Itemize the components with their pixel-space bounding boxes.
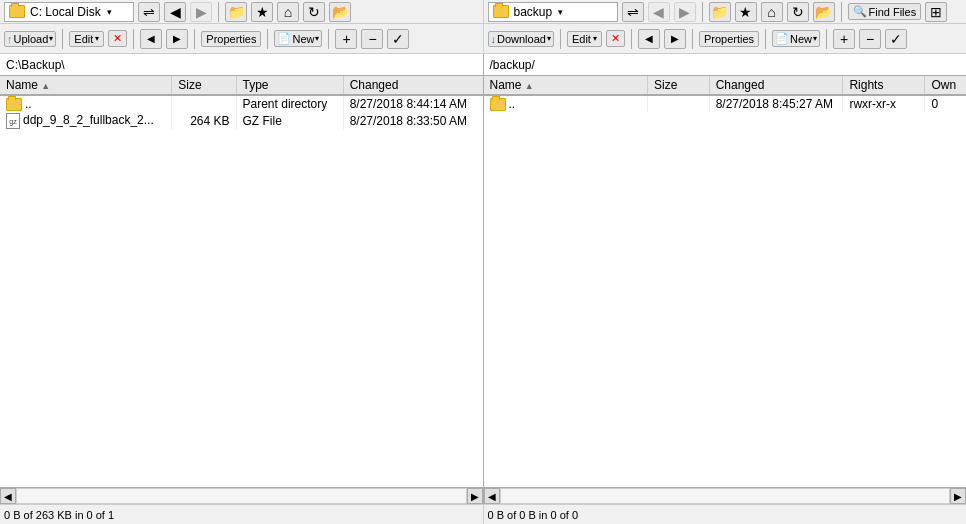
- upload-icon: ↑: [7, 33, 13, 45]
- table-row[interactable]: gzddp_9_8_2_fullback_2...264 KBGZ File8/…: [0, 112, 483, 130]
- find-files-icon: 🔍: [853, 5, 867, 18]
- left-status-bar: 0 B of 263 KB in 0 of 1: [0, 505, 484, 524]
- file-name: ..: [509, 97, 516, 111]
- left-col-type[interactable]: Type: [236, 76, 343, 95]
- right-location-arrow: ▾: [558, 7, 563, 17]
- right-sort-arrow: ▲: [525, 81, 534, 91]
- left-minus-btn[interactable]: −: [361, 29, 383, 49]
- sep3: [841, 2, 842, 22]
- file-changed-cell: 8/27/2018 8:45:27 AM: [709, 95, 843, 112]
- right-fav-btn[interactable]: ★: [735, 2, 757, 22]
- left-open-btn[interactable]: 📂: [329, 2, 351, 22]
- left-new-btn[interactable]: 📄 New ▾: [274, 30, 322, 47]
- right-status-text: 0 B of 0 B in 0 of 0: [488, 509, 579, 521]
- right-scroll-track[interactable]: [500, 488, 951, 504]
- left-home-btn[interactable]: ⌂: [277, 2, 299, 22]
- file-size-cell: [172, 95, 236, 112]
- right-file-table: Name ▲ Size Changed Rights Own ..8/27/20…: [484, 76, 967, 112]
- right-extra-btn[interactable]: ⊞: [925, 2, 947, 22]
- left-location-dropdown[interactable]: C: Local Disk ▾: [4, 2, 134, 22]
- left-move-left-btn[interactable]: ◀: [140, 29, 162, 49]
- right-col-name[interactable]: Name ▲: [484, 76, 648, 95]
- file-type-cell: GZ File: [236, 112, 343, 130]
- left-sort-arrow: ▲: [41, 81, 50, 91]
- file-name-cell: ..: [0, 95, 172, 112]
- left-refresh-btn[interactable]: ↻: [303, 2, 325, 22]
- right-delete-btn[interactable]: ✕: [606, 30, 625, 47]
- file-size-cell: [648, 95, 710, 112]
- download-btn[interactable]: ↓ Download ▾: [488, 31, 554, 47]
- right-properties-btn[interactable]: Properties: [699, 31, 759, 47]
- right-col-changed[interactable]: Changed: [709, 76, 843, 95]
- file-name-cell: gzddp_9_8_2_fullback_2...: [0, 112, 172, 130]
- left-check-btn[interactable]: ✓: [387, 29, 409, 49]
- right-folder-new-btn[interactable]: 📁: [709, 2, 731, 22]
- left-path-bar: C:\Backup\: [0, 54, 484, 75]
- right-home-btn[interactable]: ⌂: [761, 2, 783, 22]
- right-sync-btn[interactable]: ⇌: [622, 2, 644, 22]
- right-status-bar: 0 B of 0 B in 0 of 0: [484, 505, 967, 524]
- left-plus-btn[interactable]: +: [335, 29, 357, 49]
- left-delete-icon: ✕: [113, 32, 122, 45]
- right-location-label: backup: [514, 5, 553, 19]
- left-file-table: Name ▲ Size Type Changed ..Parent direct…: [0, 76, 483, 130]
- right-table-scroll[interactable]: Name ▲ Size Changed Rights Own ..8/27/20…: [484, 76, 967, 487]
- left-col-changed[interactable]: Changed: [343, 76, 482, 95]
- file-icon: gz: [6, 113, 20, 129]
- left-status-text: 0 B of 263 KB in 0 of 1: [4, 509, 114, 521]
- left-properties-btn[interactable]: Properties: [201, 31, 261, 47]
- right-check-btn[interactable]: ✓: [885, 29, 907, 49]
- left-fav-btn[interactable]: ★: [251, 2, 273, 22]
- left-scroll-right[interactable]: ▶: [467, 488, 483, 504]
- left-location-arrow: ▾: [107, 7, 112, 17]
- file-owner-cell: 0: [925, 95, 966, 112]
- find-files-btn[interactable]: 🔍 Find Files: [848, 3, 922, 20]
- file-rights-cell: rwxr-xr-x: [843, 95, 925, 112]
- upload-btn[interactable]: ↑ Upload ▾: [4, 31, 56, 47]
- right-new-icon: 📄: [775, 32, 789, 45]
- right-location-dropdown[interactable]: backup ▾: [488, 2, 618, 22]
- right-forward-btn[interactable]: ▶: [674, 2, 696, 22]
- table-row[interactable]: ..8/27/2018 8:45:27 AMrwxr-xr-x0: [484, 95, 967, 112]
- right-col-rights[interactable]: Rights: [843, 76, 925, 95]
- right-col-size[interactable]: Size: [648, 76, 710, 95]
- left-location-icon: [9, 5, 25, 18]
- left-scroll-left[interactable]: ◀: [0, 488, 16, 504]
- left-edit-btn[interactable]: Edit ▾: [69, 31, 104, 47]
- file-name-cell: ..: [484, 95, 648, 112]
- left-back-btn[interactable]: ◀: [164, 2, 186, 22]
- left-folder-new-btn[interactable]: 📁: [225, 2, 247, 22]
- left-location-label: C: Local Disk: [30, 5, 101, 19]
- left-col-size[interactable]: Size: [172, 76, 236, 95]
- left-path-text: C:\Backup\: [6, 58, 65, 72]
- left-new-icon: 📄: [277, 32, 291, 45]
- right-minus-btn[interactable]: −: [859, 29, 881, 49]
- right-col-owner[interactable]: Own: [925, 76, 966, 95]
- left-col-name[interactable]: Name ▲: [0, 76, 172, 95]
- right-move-left-btn[interactable]: ◀: [638, 29, 660, 49]
- table-row[interactable]: ..Parent directory8/27/2018 8:44:14 AM: [0, 95, 483, 112]
- left-move-right-btn[interactable]: ▶: [166, 29, 188, 49]
- left-scroll-track[interactable]: [16, 488, 467, 504]
- right-panel: Name ▲ Size Changed Rights Own ..8/27/20…: [484, 76, 967, 487]
- right-open-btn[interactable]: 📂: [813, 2, 835, 22]
- right-plus-btn[interactable]: +: [833, 29, 855, 49]
- left-forward-btn[interactable]: ▶: [190, 2, 212, 22]
- right-move-right-btn[interactable]: ▶: [664, 29, 686, 49]
- left-table-scroll[interactable]: Name ▲ Size Type Changed ..Parent direct…: [0, 76, 483, 487]
- right-refresh-btn[interactable]: ↻: [787, 2, 809, 22]
- left-delete-btn[interactable]: ✕: [108, 30, 127, 47]
- file-changed-cell: 8/27/2018 8:33:50 AM: [343, 112, 482, 130]
- right-edit-btn[interactable]: Edit ▾: [567, 31, 602, 47]
- file-changed-cell: 8/27/2018 8:44:14 AM: [343, 95, 482, 112]
- right-delete-icon: ✕: [611, 32, 620, 45]
- file-name: ..: [25, 97, 32, 111]
- right-scroll-left[interactable]: ◀: [484, 488, 500, 504]
- left-sync-btn[interactable]: ⇌: [138, 2, 160, 22]
- right-scroll-right[interactable]: ▶: [950, 488, 966, 504]
- folder-icon: [490, 98, 506, 111]
- right-new-btn[interactable]: 📄 New ▾: [772, 30, 820, 47]
- folder-icon: [6, 98, 22, 111]
- file-size-cell: 264 KB: [172, 112, 236, 130]
- right-back-btn[interactable]: ◀: [648, 2, 670, 22]
